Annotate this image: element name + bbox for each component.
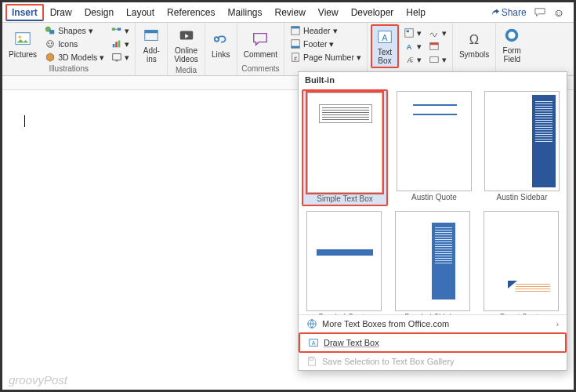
- svg-rect-11: [118, 41, 121, 48]
- svg-rect-10: [116, 42, 118, 47]
- gallery-footer: More Text Boxes from Office.com › A Draw…: [299, 314, 567, 370]
- feedback-icon[interactable]: ☺: [553, 6, 564, 19]
- gallery-austin-sidebar[interactable]: Austin Sidebar: [480, 89, 563, 206]
- textbox-icon: A: [375, 27, 394, 46]
- svg-point-17: [214, 37, 219, 42]
- share-label: Share: [502, 7, 527, 18]
- comment-icon: [251, 30, 270, 49]
- textbox-button[interactable]: A Text Box: [371, 24, 399, 68]
- tab-draw[interactable]: Draw: [44, 4, 78, 21]
- pictures-label: Pictures: [9, 50, 37, 59]
- svg-point-1: [19, 35, 22, 38]
- chart-button[interactable]: ▾: [109, 38, 132, 50]
- comment-button[interactable]: Comment: [241, 28, 281, 60]
- save-label: Save Selection to Text Box Gallery: [322, 357, 455, 366]
- more-textboxes-item[interactable]: More Text Boxes from Office.com ›: [299, 315, 567, 332]
- online-videos-button[interactable]: Online Videos: [171, 24, 201, 65]
- group-illustrations: Pictures Shapes▾ Icons 3D Models▾ ▾ ▾ ▾ …: [2, 23, 136, 75]
- symbols-label: Symbols: [459, 50, 489, 59]
- comment-label: Comment: [244, 50, 277, 59]
- svg-text:#: #: [294, 56, 297, 61]
- quickparts-button[interactable]: ▾: [401, 27, 424, 39]
- 3dmodels-button[interactable]: 3D Models▾: [42, 51, 107, 64]
- wordart-icon: A: [404, 41, 415, 52]
- tab-layout[interactable]: Layout: [120, 4, 161, 21]
- ribbon-tabs: Insert Draw Design Layout References Mai…: [2, 2, 574, 23]
- smartart-button[interactable]: ▾: [109, 24, 132, 37]
- dropcap-icon: A: [404, 54, 415, 65]
- icons-button[interactable]: Icons: [42, 38, 107, 50]
- smartart-icon: [111, 25, 122, 36]
- pictures-button[interactable]: Pictures: [5, 28, 40, 60]
- signature-button[interactable]: ▾: [426, 27, 449, 39]
- addins-icon: [142, 26, 161, 45]
- footer-button[interactable]: Footer▾: [288, 38, 364, 50]
- header-button[interactable]: Header▾: [288, 24, 364, 37]
- tab-developer[interactable]: Developer: [345, 4, 400, 21]
- object-button[interactable]: ▾: [426, 53, 449, 66]
- gallery[interactable]: Simple Text Box Austin Quote Austin Side…: [299, 88, 567, 314]
- draw-label: Draw Text Box: [324, 338, 379, 347]
- watermark: groovyPost: [9, 373, 67, 387]
- group-comments: Comment Comments: [237, 23, 284, 75]
- pagenumber-button[interactable]: #Page Number▾: [288, 51, 364, 64]
- icons-label: Icons: [58, 39, 78, 49]
- gallery-austin-quote[interactable]: Austin Quote: [393, 89, 476, 206]
- wordart-button[interactable]: A▾: [401, 40, 424, 53]
- gallery-simple-text-box[interactable]: Simple Text Box: [302, 89, 388, 206]
- 3dmodels-label: 3D Models: [58, 53, 97, 62]
- formfield-button[interactable]: Form Field: [499, 24, 524, 65]
- gallery-banded-quote[interactable]: Banded Quote: [302, 209, 386, 314]
- group-links: Links: [205, 23, 237, 75]
- tab-review[interactable]: Review: [268, 4, 311, 21]
- draw-textbox-icon: A: [308, 337, 319, 348]
- group-media: Online Videos Media: [168, 23, 205, 75]
- svg-text:Ω: Ω: [469, 31, 479, 45]
- ribbon: Pictures Shapes▾ Icons 3D Models▾ ▾ ▾ ▾ …: [2, 23, 574, 76]
- svg-rect-27: [406, 31, 409, 33]
- save-icon: [306, 356, 317, 367]
- save-selection-item: Save Selection to Text Box Gallery: [299, 353, 567, 370]
- footer-icon: [290, 38, 301, 49]
- shapes-button[interactable]: Shapes▾: [42, 24, 107, 37]
- media-label: Media: [171, 65, 201, 75]
- screenshot-button[interactable]: ▾: [109, 51, 132, 64]
- svg-rect-21: [292, 46, 300, 49]
- group-symbols: Ω Symbols: [453, 23, 496, 75]
- tab-design[interactable]: Design: [78, 4, 120, 21]
- tab-mailings[interactable]: Mailings: [221, 4, 268, 21]
- link-icon: [212, 30, 230, 49]
- addins-button[interactable]: Add- ins: [139, 24, 164, 65]
- svg-rect-26: [405, 29, 414, 38]
- globe-icon: [306, 318, 317, 329]
- tab-view[interactable]: View: [312, 4, 345, 21]
- comments-icon[interactable]: [534, 7, 545, 18]
- tab-insert[interactable]: Insert: [5, 4, 44, 21]
- group-textbox: A Text Box ▾ A▾ A▾ ▾ ▾: [368, 23, 453, 75]
- tab-help[interactable]: Help: [400, 4, 432, 21]
- textbox-label: Text Box: [378, 48, 392, 65]
- svg-point-5: [49, 42, 50, 44]
- datetime-button[interactable]: [426, 40, 449, 53]
- textbox-gallery-panel: Built-in Simple Text Box Austin Quote Au…: [298, 71, 567, 371]
- group-addins: Add- ins: [136, 23, 168, 75]
- gallery-label: Austin Sidebar: [496, 193, 547, 201]
- tab-references[interactable]: References: [161, 4, 221, 21]
- chart-icon: [111, 38, 122, 49]
- text-cursor: [24, 115, 25, 127]
- comments-group-label: Comments: [241, 64, 281, 74]
- dropcap-button[interactable]: A▾: [401, 53, 424, 66]
- svg-rect-7: [112, 28, 115, 31]
- gallery-facet-quote[interactable]: Facet Quote: [480, 209, 563, 314]
- draw-textbox-item[interactable]: A Draw Text Box: [299, 332, 567, 353]
- gallery-banded-sidebar[interactable]: Banded Sidebar: [390, 209, 474, 314]
- signature-icon: [429, 27, 440, 38]
- svg-rect-32: [430, 57, 439, 63]
- links-button[interactable]: Links: [208, 28, 234, 60]
- symbols-button[interactable]: Ω Symbols: [456, 28, 492, 60]
- svg-rect-3: [49, 30, 54, 34]
- share-button[interactable]: Share: [490, 7, 527, 18]
- screenshot-icon: [111, 52, 122, 63]
- group-formfield: Form Field: [496, 23, 527, 75]
- svg-rect-19: [292, 27, 300, 29]
